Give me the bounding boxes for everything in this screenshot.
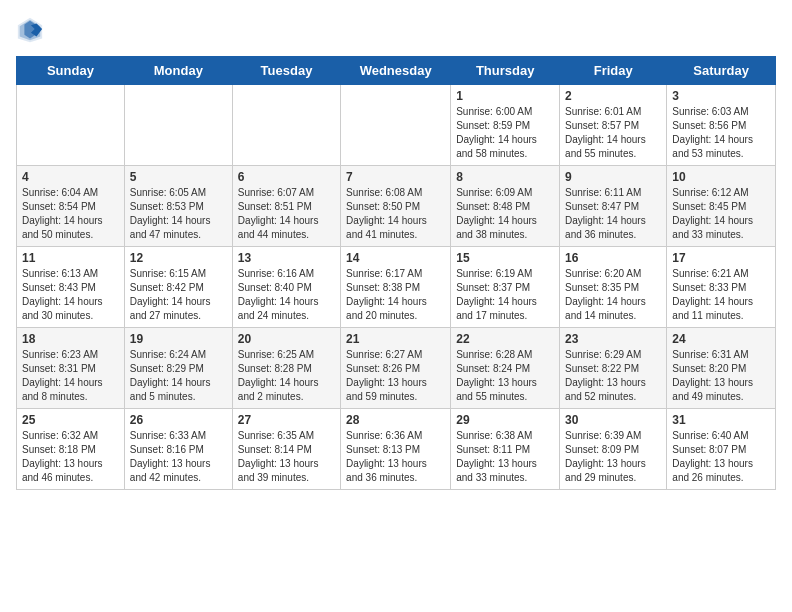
day-number: 25 — [22, 413, 119, 427]
day-info: Sunrise: 6:21 AMSunset: 8:33 PMDaylight:… — [672, 267, 770, 323]
day-info: Sunrise: 6:36 AMSunset: 8:13 PMDaylight:… — [346, 429, 445, 485]
day-info: Sunrise: 6:27 AMSunset: 8:26 PMDaylight:… — [346, 348, 445, 404]
day-cell — [17, 85, 125, 166]
day-info: Sunrise: 6:40 AMSunset: 8:07 PMDaylight:… — [672, 429, 770, 485]
weekday-header-wednesday: Wednesday — [341, 57, 451, 85]
day-number: 11 — [22, 251, 119, 265]
day-cell: 16Sunrise: 6:20 AMSunset: 8:35 PMDayligh… — [560, 247, 667, 328]
day-number: 18 — [22, 332, 119, 346]
day-info: Sunrise: 6:39 AMSunset: 8:09 PMDaylight:… — [565, 429, 661, 485]
day-cell: 25Sunrise: 6:32 AMSunset: 8:18 PMDayligh… — [17, 409, 125, 490]
day-cell: 30Sunrise: 6:39 AMSunset: 8:09 PMDayligh… — [560, 409, 667, 490]
weekday-header-saturday: Saturday — [667, 57, 776, 85]
weekday-header-sunday: Sunday — [17, 57, 125, 85]
day-info: Sunrise: 6:35 AMSunset: 8:14 PMDaylight:… — [238, 429, 335, 485]
day-cell: 26Sunrise: 6:33 AMSunset: 8:16 PMDayligh… — [124, 409, 232, 490]
svg-marker-3 — [24, 21, 35, 39]
day-info: Sunrise: 6:15 AMSunset: 8:42 PMDaylight:… — [130, 267, 227, 323]
week-row-3: 11Sunrise: 6:13 AMSunset: 8:43 PMDayligh… — [17, 247, 776, 328]
day-info: Sunrise: 6:08 AMSunset: 8:50 PMDaylight:… — [346, 186, 445, 242]
day-number: 16 — [565, 251, 661, 265]
day-cell: 15Sunrise: 6:19 AMSunset: 8:37 PMDayligh… — [451, 247, 560, 328]
day-cell: 29Sunrise: 6:38 AMSunset: 8:11 PMDayligh… — [451, 409, 560, 490]
day-cell: 5Sunrise: 6:05 AMSunset: 8:53 PMDaylight… — [124, 166, 232, 247]
day-info: Sunrise: 6:01 AMSunset: 8:57 PMDaylight:… — [565, 105, 661, 161]
day-info: Sunrise: 6:03 AMSunset: 8:56 PMDaylight:… — [672, 105, 770, 161]
day-cell: 3Sunrise: 6:03 AMSunset: 8:56 PMDaylight… — [667, 85, 776, 166]
day-number: 1 — [456, 89, 554, 103]
day-number: 13 — [238, 251, 335, 265]
day-number: 17 — [672, 251, 770, 265]
day-info: Sunrise: 6:17 AMSunset: 8:38 PMDaylight:… — [346, 267, 445, 323]
weekday-header-thursday: Thursday — [451, 57, 560, 85]
weekday-header-friday: Friday — [560, 57, 667, 85]
logo — [16, 16, 46, 44]
day-cell: 7Sunrise: 6:08 AMSunset: 8:50 PMDaylight… — [341, 166, 451, 247]
day-info: Sunrise: 6:00 AMSunset: 8:59 PMDaylight:… — [456, 105, 554, 161]
day-number: 10 — [672, 170, 770, 184]
day-cell: 14Sunrise: 6:17 AMSunset: 8:38 PMDayligh… — [341, 247, 451, 328]
day-cell — [232, 85, 340, 166]
day-cell: 28Sunrise: 6:36 AMSunset: 8:13 PMDayligh… — [341, 409, 451, 490]
day-number: 28 — [346, 413, 445, 427]
day-number: 29 — [456, 413, 554, 427]
day-number: 14 — [346, 251, 445, 265]
day-cell — [341, 85, 451, 166]
week-row-2: 4Sunrise: 6:04 AMSunset: 8:54 PMDaylight… — [17, 166, 776, 247]
day-info: Sunrise: 6:07 AMSunset: 8:51 PMDaylight:… — [238, 186, 335, 242]
day-info: Sunrise: 6:11 AMSunset: 8:47 PMDaylight:… — [565, 186, 661, 242]
day-number: 12 — [130, 251, 227, 265]
weekday-header-tuesday: Tuesday — [232, 57, 340, 85]
day-number: 30 — [565, 413, 661, 427]
day-cell: 11Sunrise: 6:13 AMSunset: 8:43 PMDayligh… — [17, 247, 125, 328]
day-number: 8 — [456, 170, 554, 184]
day-info: Sunrise: 6:29 AMSunset: 8:22 PMDaylight:… — [565, 348, 661, 404]
day-number: 7 — [346, 170, 445, 184]
day-info: Sunrise: 6:23 AMSunset: 8:31 PMDaylight:… — [22, 348, 119, 404]
day-number: 6 — [238, 170, 335, 184]
day-cell: 18Sunrise: 6:23 AMSunset: 8:31 PMDayligh… — [17, 328, 125, 409]
day-cell: 24Sunrise: 6:31 AMSunset: 8:20 PMDayligh… — [667, 328, 776, 409]
day-info: Sunrise: 6:32 AMSunset: 8:18 PMDaylight:… — [22, 429, 119, 485]
day-cell: 21Sunrise: 6:27 AMSunset: 8:26 PMDayligh… — [341, 328, 451, 409]
day-info: Sunrise: 6:33 AMSunset: 8:16 PMDaylight:… — [130, 429, 227, 485]
day-info: Sunrise: 6:04 AMSunset: 8:54 PMDaylight:… — [22, 186, 119, 242]
day-cell: 6Sunrise: 6:07 AMSunset: 8:51 PMDaylight… — [232, 166, 340, 247]
day-number: 9 — [565, 170, 661, 184]
day-cell: 27Sunrise: 6:35 AMSunset: 8:14 PMDayligh… — [232, 409, 340, 490]
day-number: 5 — [130, 170, 227, 184]
day-number: 15 — [456, 251, 554, 265]
day-cell: 12Sunrise: 6:15 AMSunset: 8:42 PMDayligh… — [124, 247, 232, 328]
day-number: 26 — [130, 413, 227, 427]
day-cell — [124, 85, 232, 166]
calendar: SundayMondayTuesdayWednesdayThursdayFrid… — [16, 56, 776, 490]
day-info: Sunrise: 6:12 AMSunset: 8:45 PMDaylight:… — [672, 186, 770, 242]
day-cell: 17Sunrise: 6:21 AMSunset: 8:33 PMDayligh… — [667, 247, 776, 328]
day-number: 19 — [130, 332, 227, 346]
day-number: 22 — [456, 332, 554, 346]
day-cell: 1Sunrise: 6:00 AMSunset: 8:59 PMDaylight… — [451, 85, 560, 166]
day-info: Sunrise: 6:05 AMSunset: 8:53 PMDaylight:… — [130, 186, 227, 242]
day-number: 27 — [238, 413, 335, 427]
day-number: 31 — [672, 413, 770, 427]
day-info: Sunrise: 6:09 AMSunset: 8:48 PMDaylight:… — [456, 186, 554, 242]
day-info: Sunrise: 6:38 AMSunset: 8:11 PMDaylight:… — [456, 429, 554, 485]
day-cell: 19Sunrise: 6:24 AMSunset: 8:29 PMDayligh… — [124, 328, 232, 409]
day-number: 24 — [672, 332, 770, 346]
header — [16, 16, 776, 44]
day-info: Sunrise: 6:28 AMSunset: 8:24 PMDaylight:… — [456, 348, 554, 404]
day-cell: 31Sunrise: 6:40 AMSunset: 8:07 PMDayligh… — [667, 409, 776, 490]
day-number: 2 — [565, 89, 661, 103]
week-row-1: 1Sunrise: 6:00 AMSunset: 8:59 PMDaylight… — [17, 85, 776, 166]
day-info: Sunrise: 6:31 AMSunset: 8:20 PMDaylight:… — [672, 348, 770, 404]
day-number: 4 — [22, 170, 119, 184]
day-cell: 9Sunrise: 6:11 AMSunset: 8:47 PMDaylight… — [560, 166, 667, 247]
weekday-header-monday: Monday — [124, 57, 232, 85]
day-info: Sunrise: 6:13 AMSunset: 8:43 PMDaylight:… — [22, 267, 119, 323]
day-info: Sunrise: 6:19 AMSunset: 8:37 PMDaylight:… — [456, 267, 554, 323]
day-cell: 20Sunrise: 6:25 AMSunset: 8:28 PMDayligh… — [232, 328, 340, 409]
day-cell: 10Sunrise: 6:12 AMSunset: 8:45 PMDayligh… — [667, 166, 776, 247]
weekday-header-row: SundayMondayTuesdayWednesdayThursdayFrid… — [17, 57, 776, 85]
day-info: Sunrise: 6:24 AMSunset: 8:29 PMDaylight:… — [130, 348, 227, 404]
day-number: 3 — [672, 89, 770, 103]
